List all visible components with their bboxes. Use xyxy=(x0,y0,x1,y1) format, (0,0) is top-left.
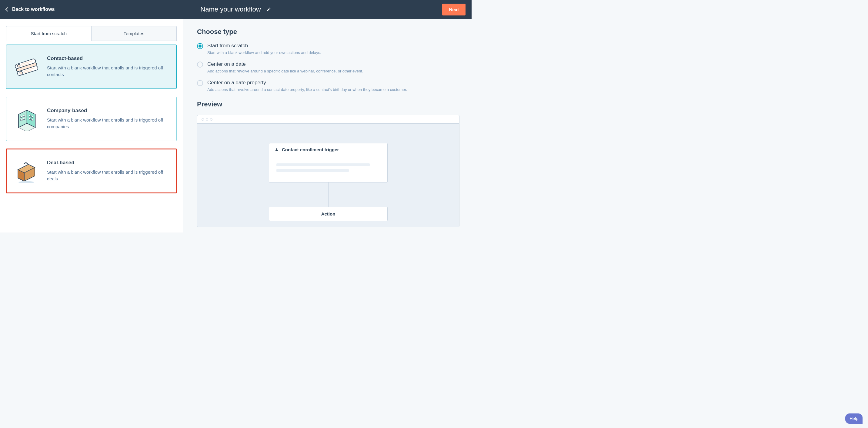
svg-rect-18 xyxy=(29,118,31,119)
back-to-workflows-link[interactable]: Back to workflows xyxy=(6,7,55,12)
right-panel: Choose type Start from scratch Start wit… xyxy=(183,19,472,233)
back-label: Back to workflows xyxy=(12,7,55,12)
radio-desc: Add actions that revolve around a specif… xyxy=(207,69,363,73)
card-title: Company-based xyxy=(47,108,170,114)
workflow-action-box: Action xyxy=(269,207,388,221)
svg-rect-16 xyxy=(29,115,31,116)
window-dot-icon xyxy=(206,118,208,121)
placeholder-line xyxy=(276,169,349,172)
top-bar: Back to workflows Name your workflow Nex… xyxy=(0,0,472,19)
action-label: Action xyxy=(321,211,336,216)
tab-templates[interactable]: Templates xyxy=(92,26,177,41)
left-panel: Start from scratch Templates xyxy=(0,19,183,233)
connector-line xyxy=(328,182,329,207)
chevron-left-icon xyxy=(5,7,10,11)
svg-rect-19 xyxy=(32,119,33,121)
person-icon xyxy=(275,148,279,152)
workflow-trigger-box: Contact enrollment trigger xyxy=(269,143,388,182)
type-radio-group: Start from scratch Start with a blank wo… xyxy=(197,42,460,92)
card-deal-based[interactable]: Deal-based Start with a blank workflow t… xyxy=(6,149,177,193)
next-button[interactable]: Next xyxy=(442,4,466,16)
company-icon xyxy=(13,105,40,132)
svg-rect-14 xyxy=(21,119,22,121)
preview-heading: Preview xyxy=(197,100,460,108)
preview-box: Contact enrollment trigger Action xyxy=(197,115,460,227)
card-contact-based[interactable]: Contact-based Start with a blank workflo… xyxy=(6,44,177,89)
pencil-icon[interactable] xyxy=(267,7,271,12)
workflow-title-wrap: Name your workflow xyxy=(200,5,271,13)
card-desc: Start with a blank workflow that enrolls… xyxy=(47,169,170,182)
card-desc: Start with a blank workflow that enrolls… xyxy=(47,65,170,78)
radio-label: Center on a date xyxy=(207,61,363,68)
svg-rect-12 xyxy=(21,116,22,117)
radio-icon xyxy=(197,43,203,49)
radio-start-from-scratch[interactable]: Start from scratch Start with a blank wo… xyxy=(197,42,460,55)
card-title: Deal-based xyxy=(47,160,170,166)
radio-icon xyxy=(197,80,203,86)
tab-start-from-scratch[interactable]: Start from scratch xyxy=(6,26,92,41)
choose-type-heading: Choose type xyxy=(197,28,460,36)
card-title: Contact-based xyxy=(47,56,170,62)
tabs: Start from scratch Templates xyxy=(6,26,177,41)
svg-rect-13 xyxy=(23,115,25,116)
card-company-based[interactable]: Company-based Start with a blank workflo… xyxy=(6,97,177,141)
workflow-title: Name your workflow xyxy=(200,5,261,13)
svg-rect-17 xyxy=(32,116,33,117)
placeholder-line xyxy=(276,163,370,166)
radio-desc: Add actions that revolve around a contac… xyxy=(207,87,407,92)
radio-icon xyxy=(197,62,203,68)
radio-center-on-date[interactable]: Center on a date Add actions that revolv… xyxy=(197,61,460,73)
trigger-label: Contact enrollment trigger xyxy=(282,147,339,152)
preview-body: Contact enrollment trigger Action xyxy=(197,124,459,227)
deal-icon xyxy=(13,158,40,184)
window-dot-icon xyxy=(202,118,204,121)
radio-label: Start from scratch xyxy=(207,42,321,49)
radio-label: Center on a date property xyxy=(207,80,407,86)
preview-window-header xyxy=(197,115,459,124)
radio-center-on-date-property[interactable]: Center on a date property Add actions th… xyxy=(197,80,460,92)
contact-icon xyxy=(13,53,40,80)
radio-desc: Start with a blank workflow and add your… xyxy=(207,50,321,55)
svg-rect-15 xyxy=(23,118,25,119)
card-desc: Start with a blank workflow that enrolls… xyxy=(47,117,170,130)
window-dot-icon xyxy=(210,118,213,121)
svg-point-23 xyxy=(19,181,34,183)
